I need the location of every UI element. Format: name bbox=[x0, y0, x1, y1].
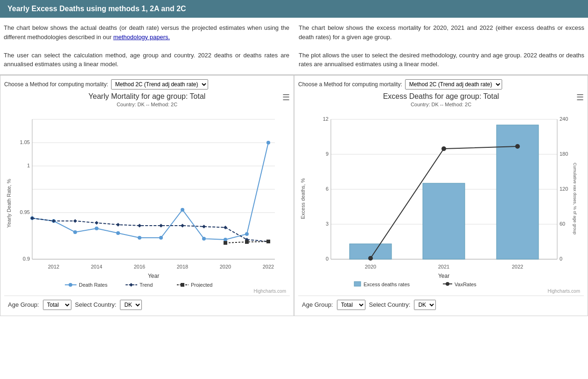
right-method-selector: Choose a Method for computing mortality:… bbox=[298, 79, 584, 90]
svg-text:VaxRates: VaxRates bbox=[455, 282, 476, 287]
top-description: The chart below shows the actual deaths … bbox=[0, 18, 588, 75]
svg-text:Death Rates: Death Rates bbox=[79, 282, 108, 287]
svg-text:0.95: 0.95 bbox=[20, 209, 30, 215]
svg-text:Year: Year bbox=[148, 273, 159, 279]
svg-text:2020: 2020 bbox=[365, 264, 376, 269]
svg-rect-44 bbox=[224, 241, 227, 245]
right-method-label: Choose a Method for computing mortality: bbox=[298, 81, 402, 88]
svg-text:2021: 2021 bbox=[438, 264, 449, 269]
svg-text:0.9: 0.9 bbox=[23, 256, 30, 262]
svg-point-28 bbox=[202, 237, 206, 241]
left-chart-svg: Yearly Death Rate, % 0.9 0.95 bbox=[4, 110, 284, 287]
left-chart-title: Yearly Mortality for age group: Total bbox=[4, 92, 290, 101]
svg-marker-35 bbox=[95, 221, 98, 225]
svg-text:120: 120 bbox=[560, 186, 568, 192]
page-title: Yearly Excess Deaths using methods 1, 2A… bbox=[7, 5, 186, 13]
svg-marker-39 bbox=[181, 224, 184, 227]
svg-point-80 bbox=[368, 256, 373, 261]
svg-point-25 bbox=[138, 236, 141, 240]
svg-text:2022: 2022 bbox=[263, 264, 274, 269]
right-country-label: Select Country: bbox=[369, 301, 411, 308]
svg-text:2022: 2022 bbox=[512, 264, 523, 269]
svg-point-30 bbox=[245, 232, 249, 236]
svg-marker-40 bbox=[202, 225, 206, 228]
right-age-group-select[interactable]: Total 0-14 15-64 65+ bbox=[337, 300, 365, 310]
svg-text:Yearly Death Rate, %: Yearly Death Rate, % bbox=[6, 179, 12, 227]
svg-text:180: 180 bbox=[560, 151, 568, 157]
left-method-select[interactable]: Method 2C (Trend adj death rate) Method … bbox=[111, 79, 208, 90]
top-left-description: The chart below shows the actual deaths … bbox=[4, 23, 289, 69]
svg-text:Excess deaths, %: Excess deaths, % bbox=[300, 178, 306, 219]
svg-marker-37 bbox=[138, 224, 141, 227]
svg-text:2012: 2012 bbox=[48, 264, 59, 269]
right-chart-panel: Choose a Method for computing mortality:… bbox=[294, 75, 588, 316]
svg-marker-36 bbox=[116, 223, 120, 227]
right-bottom-controls: Age Group: Total 0-14 15-64 65+ Select C… bbox=[298, 296, 584, 312]
right-chart-subtitle: Country: DK -- Method: 2C bbox=[298, 102, 584, 107]
svg-marker-38 bbox=[159, 224, 163, 227]
right-chart-title: Excess Deaths for age group: Total bbox=[298, 92, 584, 101]
bar-2021 bbox=[423, 183, 465, 259]
svg-text:2018: 2018 bbox=[177, 264, 188, 269]
left-method-selector: Choose a Method for computing mortality:… bbox=[4, 79, 290, 90]
right-chart-container: ☰ Excess Deaths for age group: Total Cou… bbox=[298, 92, 584, 289]
svg-point-81 bbox=[441, 146, 446, 151]
left-chart-panel: Choose a Method for computing mortality:… bbox=[0, 75, 294, 316]
right-country-select[interactable]: DK DE FR SE bbox=[414, 300, 436, 310]
svg-point-86 bbox=[446, 282, 449, 286]
left-age-group-label: Age Group: bbox=[8, 301, 39, 308]
svg-text:Excess deaths rates: Excess deaths rates bbox=[364, 282, 410, 287]
svg-point-23 bbox=[95, 227, 98, 230]
svg-text:60: 60 bbox=[560, 221, 565, 227]
svg-marker-41 bbox=[224, 226, 227, 229]
svg-text:9: 9 bbox=[326, 151, 329, 157]
top-right-description: The chart below shows the excess mortali… bbox=[299, 23, 584, 69]
svg-point-24 bbox=[116, 231, 120, 235]
left-method-label: Choose a Method for computing mortality: bbox=[4, 81, 108, 88]
svg-text:1.05: 1.05 bbox=[20, 139, 30, 145]
svg-text:2016: 2016 bbox=[134, 264, 145, 269]
methodology-link[interactable]: methodology papers. bbox=[113, 34, 170, 41]
svg-text:0: 0 bbox=[560, 256, 562, 262]
left-highcharts-credit: Highcharts.com bbox=[4, 289, 290, 296]
svg-text:2020: 2020 bbox=[220, 264, 231, 269]
svg-point-48 bbox=[69, 283, 72, 287]
left-chart-menu-icon[interactable]: ☰ bbox=[282, 92, 290, 103]
svg-text:Projected: Projected bbox=[191, 282, 212, 287]
left-age-group-select[interactable]: Total 0-14 15-64 65+ bbox=[43, 300, 71, 310]
top-right-para2: The plot allows the user to select the d… bbox=[299, 51, 584, 69]
svg-point-22 bbox=[73, 230, 77, 234]
svg-text:Trend: Trend bbox=[140, 282, 153, 287]
svg-marker-34 bbox=[73, 219, 77, 223]
right-age-group-label: Age Group: bbox=[302, 301, 333, 308]
page-header: Yearly Excess Deaths using methods 1, 2A… bbox=[0, 0, 588, 18]
left-bottom-controls: Age Group: Total 0-14 15-64 65+ Select C… bbox=[4, 296, 290, 312]
svg-text:240: 240 bbox=[560, 116, 568, 122]
left-chart-container: ☰ Yearly Mortality for age group: Total … bbox=[4, 92, 290, 289]
svg-point-31 bbox=[266, 141, 270, 145]
right-highcharts-credit: Highcharts.com bbox=[298, 289, 584, 296]
right-chart-svg: Excess deaths, % Cumulative vax doses, %… bbox=[298, 110, 578, 287]
svg-text:6: 6 bbox=[326, 186, 329, 192]
svg-point-26 bbox=[159, 236, 163, 240]
svg-text:2014: 2014 bbox=[91, 264, 102, 269]
svg-rect-46 bbox=[266, 240, 270, 243]
svg-point-27 bbox=[181, 208, 184, 212]
svg-text:Cumulative vax doses, % of age: Cumulative vax doses, % of age group bbox=[573, 162, 577, 234]
svg-point-82 bbox=[515, 144, 520, 149]
svg-rect-83 bbox=[354, 282, 361, 286]
svg-text:3: 3 bbox=[326, 221, 329, 227]
right-chart-menu-icon[interactable]: ☰ bbox=[576, 92, 584, 103]
svg-text:Year: Year bbox=[438, 273, 449, 279]
svg-marker-51 bbox=[129, 283, 133, 287]
svg-rect-45 bbox=[245, 240, 249, 244]
right-method-select[interactable]: Method 2C (Trend adj death rate) Method … bbox=[405, 79, 502, 90]
left-chart-subtitle: Country: DK -- Method: 2C bbox=[4, 102, 290, 107]
top-right-para1: The chart below shows the excess mortali… bbox=[299, 23, 584, 41]
svg-rect-54 bbox=[181, 283, 184, 287]
charts-row: Choose a Method for computing mortality:… bbox=[0, 75, 588, 316]
svg-text:12: 12 bbox=[323, 116, 329, 122]
left-country-select[interactable]: DK DE FR SE bbox=[120, 300, 142, 310]
svg-text:0: 0 bbox=[326, 256, 329, 262]
svg-text:1: 1 bbox=[27, 163, 30, 168]
